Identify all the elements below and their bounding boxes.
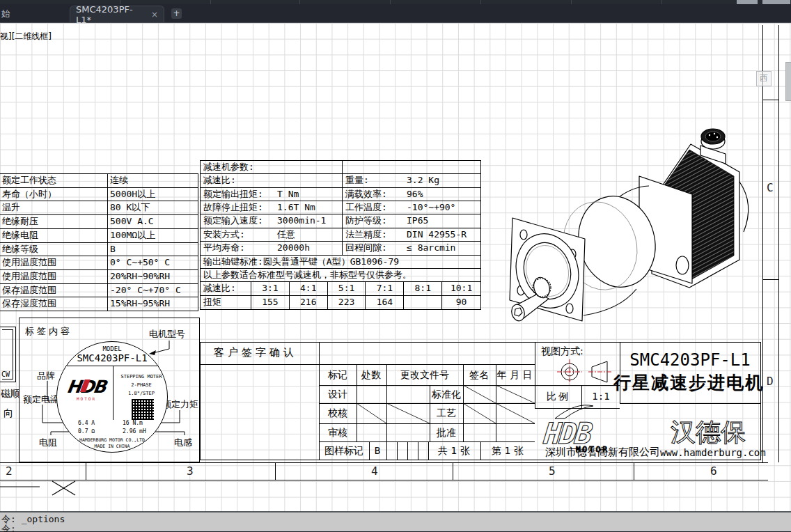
cell-standardize: 标准化 (432, 389, 461, 401)
torque-row: 扭矩(N.m):15521622316490 (201, 296, 480, 309)
spec-label: 额定工作状态 (0, 174, 108, 187)
gearbox-value: 20000h (277, 242, 310, 254)
table-row: 安装方式:任意法兰精度:DIN 42955-R (201, 228, 480, 242)
gearbox-label: 平均寿命: (203, 242, 277, 254)
titleblock-website: www.hamderburg.com (660, 447, 766, 458)
param-note: 以上参数适合标准型号减速机，非标型号仅供参考。 (201, 269, 480, 281)
table-row: 温升80 K以下 (0, 201, 198, 215)
table-row: 额定输出扭矩:T Nm满载效率:96% (201, 188, 480, 201)
spec-value: 80 K以下 (108, 201, 198, 214)
rev-header: 处数 (361, 369, 381, 382)
zone-tick (275, 462, 276, 480)
rev-header: 标记 (328, 369, 347, 382)
gearbox-value: T Nm (277, 188, 299, 201)
viewcube-west-face[interactable]: 西 (756, 71, 772, 86)
gearbox-right-cell: 防护等级:IP65 (343, 214, 480, 227)
gearbox-right-cell: 回程间隙:≤ 8arcmin (343, 242, 480, 254)
torque-value: 216 (290, 296, 328, 309)
plate-divider-v (113, 366, 113, 420)
command-line-panel[interactable]: 令: _options 令: (0, 511, 791, 531)
tab-close-icon[interactable]: × (151, 10, 158, 19)
cell-design: 设计 (328, 389, 347, 401)
motor-spec-table: 额定工作状态连续寿命（小时）5000H以上温升80 K以下绝缘耐压500V A.… (0, 173, 198, 311)
spec-value: 5000H以上 (108, 188, 198, 201)
gearbox-label: 法兰精度: (345, 228, 407, 241)
plate-type-line2: 2-PHASE (117, 382, 166, 388)
gearbox-value: 1.6T Nm (277, 201, 315, 214)
zone-tick (634, 462, 634, 480)
partial-text-mag: 磁顺 (1, 388, 20, 400)
plate-inductance: 2.96 mH (123, 428, 146, 435)
spec-label: 寿命（小时） (0, 188, 108, 201)
spec-value: 连续 (108, 174, 198, 187)
cell-sheets-total: 共 1 张 (438, 445, 470, 457)
border-line (0, 462, 768, 463)
table-row: 以上参数适合标准型号减速机，非标型号仅供参考。 (201, 269, 480, 282)
command-input-line[interactable]: 令: (1, 523, 16, 532)
shaft-standard-note: 输出轴键标准:圆头普通平键（A型）GB1096-79 (201, 256, 480, 268)
label-content-section: 标签内容 电机型号 品牌 额定电流 额定力矩 电阻 电感 (19, 318, 200, 462)
table-row: 使用温度范围20%RH~90%RH (0, 270, 198, 284)
crosshair-cursor (0, 476, 84, 503)
spec-label: 绝缘等级 (0, 243, 108, 256)
table-row: 绝缘等级B (0, 243, 198, 257)
partial-text-dir: 向 (3, 407, 13, 420)
view-mode-label: 视图方式: (541, 345, 584, 358)
plate-hdb-logo: HDB (65, 377, 107, 397)
border-line (778, 25, 779, 462)
cell-mark-value: B (375, 445, 380, 456)
cell-process: 工艺 (437, 407, 456, 420)
table-row: 减速比:重量:3.2 Kg (201, 174, 480, 187)
gearbox-value: DIN 42955-R (407, 228, 467, 241)
gearbox-left-cell: 故障停止扭矩:1.6T Nm (201, 201, 343, 214)
border-line (0, 480, 768, 480)
cell-approve: 批准 (437, 427, 456, 439)
titleblock-part-name: 行星减速步进电机 (613, 371, 764, 394)
navigation-bar-remnant[interactable] (785, 62, 791, 101)
plate-current: 6.4 A (78, 420, 95, 426)
spec-value: B (108, 243, 198, 256)
spec-value: 0° C~+50° C (108, 256, 198, 269)
cw-label: CW (1, 370, 10, 378)
table-row: 绝缘电阻100MΩ以上 (0, 229, 198, 243)
viewport-controls-label[interactable]: 视][二维线框] (0, 31, 52, 42)
plate-torque: 16 N.m (123, 420, 143, 426)
table-row: 寿命（小时）5000H以上 (0, 188, 198, 202)
zone-number: 3 (187, 464, 194, 478)
new-tab-button[interactable]: + (171, 8, 182, 19)
motor-isometric-drawing (480, 98, 766, 345)
svg-text:汉德保: 汉德保 (671, 418, 746, 446)
rev-header: 更改文件号 (400, 369, 449, 382)
tab-active-drawing[interactable]: SMC4203PF-L1* × (70, 6, 164, 22)
ratio-label: 减速比: (201, 282, 251, 295)
torque-value: 155 (251, 296, 290, 309)
gearbox-right-cell: 法兰精度:DIN 42955-R (343, 228, 480, 241)
tab-active-label: SMC4203PF-L1* (76, 4, 146, 25)
cell-mark-label: 图样标记 (324, 445, 363, 457)
gearbox-value: 3000min-1 (277, 214, 326, 227)
table-row: 绝缘耐压500V A.C (0, 215, 198, 229)
gearbox-label: 回程间隙: (345, 242, 407, 254)
gearbox-left-cell: 减速比: (201, 174, 343, 187)
plate-hdb-logo-sub: MOTOR (77, 396, 96, 401)
torque-label: 扭矩(N.m): (201, 296, 251, 309)
zone-letter: D (767, 375, 774, 388)
zone-number: 4 (371, 464, 378, 478)
gearbox-right-cell: 工作温度:-10°~+90° (343, 201, 480, 214)
gearbox-value: IP65 (407, 214, 428, 227)
drawing-canvas[interactable]: 视][二维线框] 额定工作状态连续寿命（小时）5000H以上温升80 K以下绝缘… (0, 23, 791, 511)
gearbox-label: 防护等级: (345, 214, 407, 227)
gearbox-left-cell: 平均寿命:20000h (201, 242, 343, 254)
ratio-value: 3:1 (251, 282, 290, 295)
rev-header: 签名 (469, 369, 489, 382)
spec-value: 20%RH~90%RH (108, 270, 198, 283)
tab-start[interactable]: 始 (1, 8, 10, 20)
titleblock-part-number: SMC4203PF-L1 (629, 350, 750, 370)
ratio-value: 10:1 (442, 282, 480, 295)
zone-tick (762, 279, 778, 280)
motor-name-plate: MODEL SMC4203PF-L1 HDB MOTOR STEPPING MO… (56, 341, 168, 453)
border-line (762, 25, 763, 462)
zone-number: 5 (549, 464, 556, 478)
gearbox-label: 额定输出扭矩: (203, 188, 277, 201)
table-row: 减速机参数: (201, 161, 480, 174)
